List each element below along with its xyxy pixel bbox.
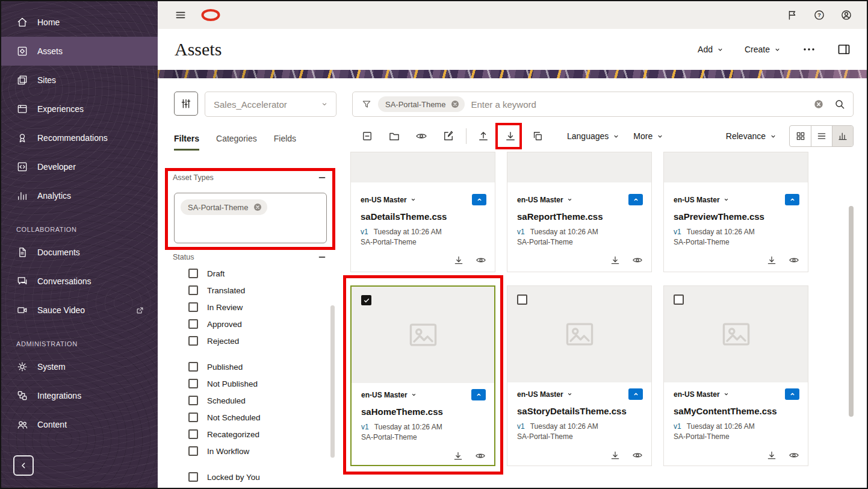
more-options-button[interactable] <box>802 42 816 57</box>
language-selector[interactable]: en-US Master <box>361 391 408 399</box>
status-filter-recategorized[interactable]: Recategorized <box>188 426 261 443</box>
published-status-badge[interactable] <box>471 389 486 400</box>
download-icon[interactable] <box>766 255 777 266</box>
asset-card[interactable]: en-US Master saStoryDetailsTheme.css v1T… <box>507 285 652 466</box>
chevron-down-icon[interactable] <box>566 196 573 203</box>
sidebar-item-experiences[interactable]: Experiences <box>1 95 158 123</box>
sidebar-item-analytics[interactable]: Analytics <box>1 181 158 210</box>
sidebar-collapse-button[interactable] <box>13 455 34 476</box>
checkbox-icon[interactable] <box>188 285 198 295</box>
search-bar[interactable]: SA-Portal-Theme <box>352 92 854 117</box>
chart-view-button[interactable] <box>832 126 853 146</box>
asset-checkbox[interactable] <box>361 295 371 305</box>
sidebar-item-conversations[interactable]: Conversations <box>1 267 158 296</box>
asset-card[interactable]: en-US Master saMyContentTheme.css v1Tues… <box>663 285 808 466</box>
download-icon[interactable] <box>610 450 621 461</box>
filter-panel-toggle-button[interactable] <box>174 92 198 116</box>
version-label[interactable]: v1 <box>517 228 525 236</box>
sort-dropdown[interactable]: Relevance <box>726 131 777 141</box>
sidebar-item-recommendations[interactable]: Recommendations <box>1 123 158 152</box>
status-filter-published[interactable]: Published <box>188 358 261 375</box>
clear-search-icon[interactable] <box>813 99 824 110</box>
tab-filters[interactable]: Filters <box>174 134 199 151</box>
repository-select[interactable]: Sales_Accelerator <box>205 92 336 117</box>
more-dropdown[interactable]: More <box>633 131 664 141</box>
search-filter-chip[interactable]: SA-Portal-Theme <box>378 96 465 112</box>
help-icon[interactable] <box>813 9 825 21</box>
asset-card[interactable]: en-US Master saReportTheme.css v1Tuesday… <box>507 152 652 272</box>
download-icon[interactable] <box>453 450 463 461</box>
sidebar-item-home[interactable]: Home <box>1 8 158 37</box>
hamburger-menu-icon[interactable] <box>175 9 187 21</box>
download-icon[interactable] <box>453 255 464 266</box>
edit-button[interactable] <box>438 125 459 147</box>
chevron-down-icon[interactable] <box>566 391 573 397</box>
eye-icon[interactable] <box>632 255 643 266</box>
tab-fields[interactable]: Fields <box>274 134 296 151</box>
upload-button[interactable] <box>473 125 494 147</box>
sidebar-item-developer[interactable]: Developer <box>1 152 158 181</box>
language-selector[interactable]: en-US Master <box>517 390 563 399</box>
create-button[interactable]: Create <box>745 45 781 54</box>
published-status-badge[interactable] <box>785 194 799 205</box>
language-selector[interactable]: en-US Master <box>674 196 720 204</box>
chevron-down-icon[interactable] <box>411 391 417 398</box>
eye-icon[interactable] <box>475 450 486 461</box>
sidebar-item-sauce-video[interactable]: Sauce Video <box>1 296 158 325</box>
status-filter-not-scheduled[interactable]: Not Scheduled <box>188 409 261 426</box>
asset-card[interactable]: en-US Master saDetailsTheme.css v1Tuesda… <box>350 152 495 272</box>
version-label[interactable]: v1 <box>361 423 369 431</box>
remove-tag-icon[interactable] <box>253 202 262 212</box>
sidebar-item-sites[interactable]: Sites <box>1 66 158 95</box>
sidebar-item-system[interactable]: System <box>1 352 158 381</box>
asset-card[interactable]: en-US Master saPreviewTheme.css v1Tuesda… <box>663 152 808 272</box>
remove-chip-icon[interactable] <box>450 99 460 109</box>
eye-icon[interactable] <box>476 255 486 266</box>
asset-types-tag-panel[interactable]: SA-Portal-Theme <box>174 193 327 243</box>
language-selector[interactable]: en-US Master <box>517 196 563 204</box>
published-status-badge[interactable] <box>785 388 799 400</box>
chevron-down-icon[interactable] <box>410 196 417 203</box>
chevron-down-icon[interactable] <box>723 196 730 203</box>
add-to-collection-button[interactable] <box>383 125 405 147</box>
status-filter-in-workflow[interactable]: In Workflow <box>188 443 261 459</box>
grid-view-button[interactable] <box>790 126 811 146</box>
version-label[interactable]: v1 <box>674 422 681 431</box>
chevron-down-icon[interactable] <box>723 391 730 397</box>
status-filter-not-published[interactable]: Not Published <box>188 375 261 392</box>
add-button[interactable]: Add <box>698 45 724 54</box>
version-label[interactable]: v1 <box>361 228 368 236</box>
account-icon[interactable] <box>840 9 852 21</box>
version-label[interactable]: v1 <box>674 228 681 236</box>
language-selector[interactable]: en-US Master <box>361 196 407 204</box>
collapse-section-icon[interactable] <box>317 252 327 262</box>
checkbox-icon[interactable] <box>188 319 198 329</box>
languages-dropdown[interactable]: Languages <box>567 131 620 141</box>
list-view-button[interactable] <box>811 126 832 146</box>
flag-icon[interactable] <box>786 9 798 21</box>
eye-icon[interactable] <box>789 255 799 266</box>
preview-button[interactable] <box>411 125 432 147</box>
checkbox-icon[interactable] <box>188 429 198 439</box>
language-selector[interactable]: en-US Master <box>674 390 720 399</box>
download-icon[interactable] <box>610 255 621 266</box>
asset-checkbox[interactable] <box>674 294 684 305</box>
checkbox-icon[interactable] <box>188 362 198 372</box>
sidebar-item-documents[interactable]: Documents <box>1 238 158 267</box>
status-filter-scheduled[interactable]: Scheduled <box>188 392 261 409</box>
download-icon[interactable] <box>766 450 777 461</box>
search-icon[interactable] <box>834 98 846 110</box>
collapse-section-icon[interactable] <box>317 173 327 182</box>
published-status-badge[interactable] <box>628 194 643 205</box>
version-label[interactable]: v1 <box>517 422 525 431</box>
checkbox-icon[interactable] <box>188 269 198 278</box>
status-filter-translated[interactable]: Translated <box>188 282 261 299</box>
checkbox-icon[interactable] <box>188 396 198 405</box>
asset-checkbox[interactable] <box>517 294 527 305</box>
checkbox-icon[interactable] <box>188 302 198 312</box>
status-filter-approved[interactable]: Approved <box>188 316 261 332</box>
status-filter-in-review[interactable]: In Review <box>188 299 261 316</box>
asset-type-tag-chip[interactable]: SA-Portal-Theme <box>181 199 267 215</box>
eye-icon[interactable] <box>789 450 799 461</box>
filter-panel-scrollbar[interactable] <box>330 305 335 458</box>
